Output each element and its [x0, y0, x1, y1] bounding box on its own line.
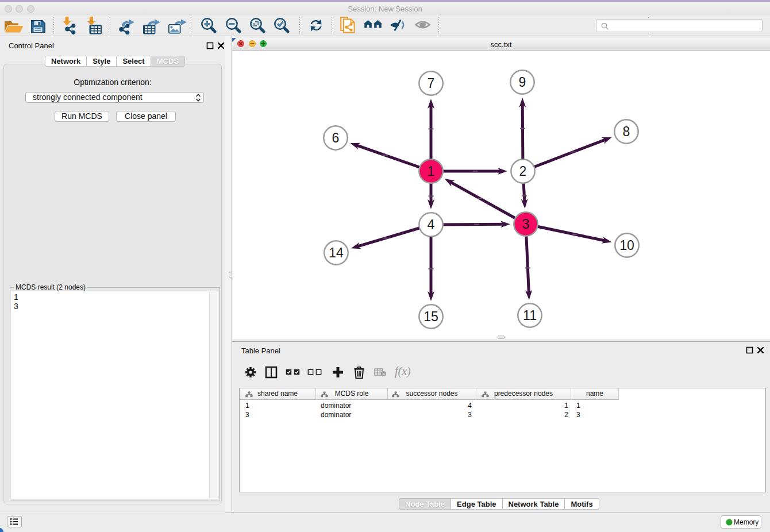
svg-text:6: 6: [332, 130, 340, 145]
svg-text:15: 15: [424, 309, 438, 324]
svg-text:10: 10: [619, 238, 634, 253]
svg-text:7: 7: [428, 76, 435, 91]
svg-text:4: 4: [428, 217, 435, 232]
svg-text:14: 14: [329, 245, 344, 260]
svg-text:9: 9: [519, 75, 526, 90]
svg-text:3: 3: [522, 217, 530, 232]
svg-text:11: 11: [523, 308, 537, 323]
svg-text:1: 1: [428, 164, 435, 179]
svg-text:8: 8: [623, 124, 630, 139]
svg-text:2: 2: [519, 164, 527, 179]
